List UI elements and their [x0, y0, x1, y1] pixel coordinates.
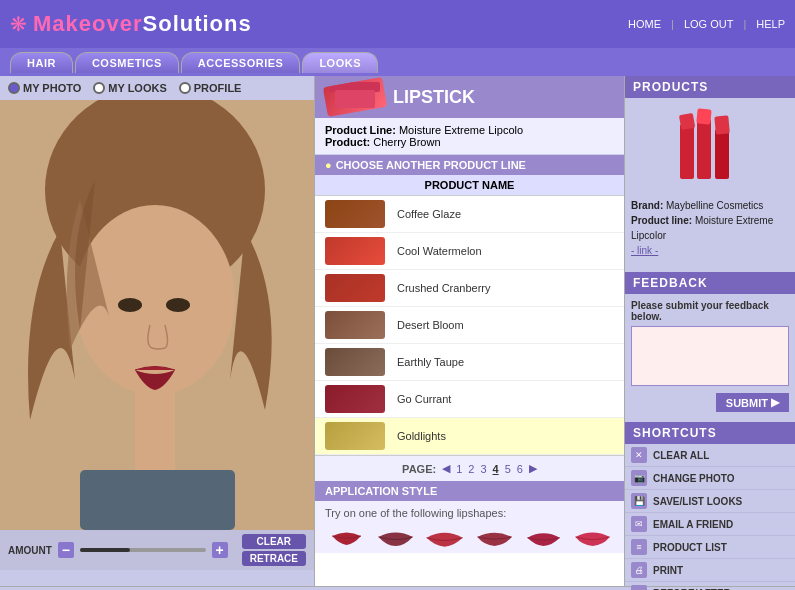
product-label: Product:	[325, 136, 370, 148]
shortcut-product-list[interactable]: ≡ PRODUCT LIST	[625, 536, 795, 559]
product-row[interactable]: Go Currant	[315, 381, 624, 418]
lipshape-1[interactable]	[325, 525, 368, 547]
swatch-5	[325, 385, 385, 413]
lipstick-header-img	[323, 77, 387, 117]
shortcut-print-label: PRINT	[653, 565, 683, 576]
product-list: PRODUCT NAME Coffee Glaze Cool Watermelo…	[315, 175, 624, 455]
page-6[interactable]: 6	[517, 463, 523, 475]
product-row[interactable]: Cool Watermelon	[315, 233, 624, 270]
tab-looks[interactable]: LOOKS	[302, 52, 378, 73]
swatch-1	[325, 237, 385, 265]
product-brand-info: Brand: Maybelline Cosmetics Product line…	[631, 194, 789, 262]
shortcut-email-friend[interactable]: ✉ EMAIL A FRIEND	[625, 513, 795, 536]
clear-button[interactable]: CLEAR	[242, 534, 306, 549]
next-page[interactable]: ▶	[529, 462, 537, 475]
shortcuts-header: SHORTCUTS	[625, 422, 795, 444]
product-link[interactable]: - link -	[631, 245, 658, 256]
logo-makeover: Makeover	[33, 11, 143, 36]
nav-help[interactable]: HELP	[756, 18, 785, 30]
svg-rect-5	[80, 470, 235, 530]
amount-decrease[interactable]: −	[58, 542, 74, 558]
photo-controls: AMOUNT − + CLEAR RETRACE	[0, 530, 314, 570]
lipshape-6[interactable]	[571, 525, 614, 547]
radio-my-looks	[93, 82, 105, 94]
lipstick-svg	[323, 77, 387, 117]
logo-flower: ❋	[10, 12, 27, 36]
product-row[interactable]: Coffee Glaze	[315, 196, 624, 233]
lipshapes-row	[325, 525, 614, 547]
nav-home[interactable]: HOME	[628, 18, 661, 30]
product-header: LIPSTICK	[315, 76, 624, 118]
product-name-5: Go Currant	[397, 393, 451, 405]
lipshape-4[interactable]	[473, 525, 516, 547]
retrace-button[interactable]: RETRACE	[242, 551, 306, 566]
shortcut-change-photo[interactable]: 📷 CHANGE PHOTO	[625, 467, 795, 490]
submit-button[interactable]: SUBMIT ▶	[716, 393, 789, 412]
radio-profile	[179, 82, 191, 94]
product-name-3: Desert Bloom	[397, 319, 464, 331]
email-friend-icon: ✉	[631, 516, 647, 532]
feedback-input[interactable]	[631, 326, 789, 386]
tab-profile[interactable]: PROFILE	[179, 82, 242, 94]
amount-label: AMOUNT	[8, 545, 52, 556]
feedback-prompt: Please submit your feedback below.	[631, 300, 789, 322]
page-4[interactable]: 4	[493, 463, 499, 475]
amount-slider[interactable]	[80, 548, 206, 552]
person-photo	[0, 100, 314, 530]
app-style-header: APPLICATION STYLE	[315, 481, 624, 501]
shortcut-save-looks[interactable]: 💾 SAVE/LIST LOOKS	[625, 490, 795, 513]
shortcut-clear-all[interactable]: ✕ CLEAR ALL	[625, 444, 795, 467]
shortcut-email-friend-label: EMAIL A FRIEND	[653, 519, 733, 530]
lipshapes: Try on one of the following lipshapes:	[315, 501, 624, 553]
product-name-0: Coffee Glaze	[397, 208, 461, 220]
prev-page[interactable]: ◀	[442, 462, 450, 475]
tab-my-photo[interactable]: MY PHOTO	[8, 82, 81, 94]
page-5[interactable]: 5	[505, 463, 511, 475]
print-icon: 🖨	[631, 562, 647, 578]
tab-accessories[interactable]: ACCESSORIES	[181, 52, 301, 73]
product-row-selected[interactable]: Goldlights	[315, 418, 624, 455]
choose-bar[interactable]: ● CHOOSE ANOTHER PRODUCT LINE	[315, 155, 624, 175]
photo-area	[0, 100, 314, 530]
lipshape-3[interactable]	[423, 525, 466, 547]
save-looks-icon: 💾	[631, 493, 647, 509]
products-content: Brand: Maybelline Cosmetics Product line…	[625, 98, 795, 268]
pagination: PAGE: ◀ 1 2 3 4 5 6 ▶	[315, 455, 624, 481]
shortcuts-list: ✕ CLEAR ALL 📷 CHANGE PHOTO 💾 SAVE/LIST L…	[625, 444, 795, 590]
page-2[interactable]: 2	[468, 463, 474, 475]
page-1[interactable]: 1	[456, 463, 462, 475]
photo-tabs: MY PHOTO MY LOOKS PROFILE	[0, 76, 314, 100]
header: ❋ MakeoverSolutions HOME | LOG OUT | HEL…	[0, 0, 795, 48]
swatch-2	[325, 274, 385, 302]
product-list-icon: ≡	[631, 539, 647, 555]
brand-value: Maybelline Cosmetics	[666, 200, 763, 211]
nav-logout[interactable]: LOG OUT	[684, 18, 734, 30]
shortcut-before-after[interactable]: ◧ BEFORE/AFTER	[625, 582, 795, 590]
right-panel: PRODUCTS Brand: Maybelline Cosmetics Pro…	[625, 76, 795, 586]
product-row[interactable]: Earthly Taupe	[315, 344, 624, 381]
product-name-4: Earthly Taupe	[397, 356, 464, 368]
svg-rect-11	[697, 119, 711, 179]
svg-rect-12	[696, 108, 711, 124]
page-3[interactable]: 3	[480, 463, 486, 475]
tab-cosmetics[interactable]: COSMETICS	[75, 52, 179, 73]
person-svg	[0, 100, 314, 530]
tab-my-looks[interactable]: MY LOOKS	[93, 82, 166, 94]
shortcut-print[interactable]: 🖨 PRINT	[625, 559, 795, 582]
lipshape-2[interactable]	[374, 525, 417, 547]
product-name-2: Crushed Cranberry	[397, 282, 491, 294]
swatch-4	[325, 348, 385, 376]
amount-increase[interactable]: +	[212, 542, 228, 558]
col-header: PRODUCT NAME	[315, 175, 624, 196]
brand-label: Brand:	[631, 200, 663, 211]
product-line-label-right: Product line:	[631, 215, 692, 226]
product-row[interactable]: Crushed Cranberry	[315, 270, 624, 307]
product-row[interactable]: Desert Bloom	[315, 307, 624, 344]
svg-rect-13	[715, 129, 729, 179]
svg-point-3	[118, 298, 142, 312]
logo: ❋ MakeoverSolutions	[10, 11, 252, 37]
tab-hair[interactable]: HAIR	[10, 52, 73, 73]
main: MY PHOTO MY LOOKS PROFILE	[0, 76, 795, 586]
lipshape-5[interactable]	[522, 525, 565, 547]
svg-rect-8	[335, 90, 375, 108]
